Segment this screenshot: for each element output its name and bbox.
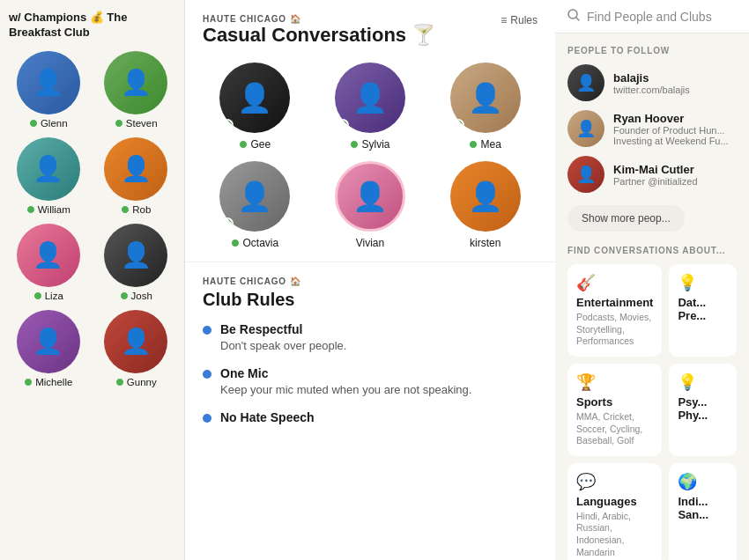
conv-title: Psy... Phy... — [678, 395, 728, 422]
online-dot — [231, 239, 240, 247]
conv-title: Indi... San... — [678, 495, 728, 521]
conv-title: Entertainment — [576, 296, 653, 309]
list-item[interactable]: 👤 William — [9, 137, 88, 215]
avatar: 👤 — [17, 224, 80, 287]
person-item[interactable]: 👤 Ryan Hoover Founder of Product Hun... … — [567, 110, 737, 147]
rule-title: Be Respectful — [220, 322, 346, 336]
rule-desc: Don't speak over people. — [220, 338, 346, 354]
person-name: Kim-Mai Cutler — [613, 163, 698, 176]
speaker-name: Octavia — [242, 237, 278, 249]
people-section-label: PEOPLE TO FOLLOW — [567, 46, 737, 55]
speaker-item[interactable]: 👤 Gee — [203, 63, 308, 151]
person-item[interactable]: 👤 Kim-Mai Cutler Partner @initialized — [567, 156, 737, 193]
rule-dot — [203, 326, 211, 335]
entertainment-icon: 🎸 — [576, 273, 653, 292]
rule-dot — [203, 370, 211, 379]
speaker-avatar: 👤 — [335, 63, 405, 133]
conversation-card[interactable]: 🎸 Entertainment Podcasts, Movies, Storyt… — [567, 264, 662, 357]
speaker-item[interactable]: 👤 kirsten — [433, 161, 538, 249]
person-name: Michelle — [35, 377, 72, 387]
conversation-card[interactable]: 💬 Languages Hindi, Arabic, Russian, Indo… — [567, 463, 662, 560]
globe-icon: 🌍 — [678, 472, 728, 491]
speaker-avatar: 👤 — [219, 63, 290, 133]
conversation-card[interactable]: 💡 Dat... Pre... — [669, 264, 737, 357]
avatar: 👤 — [17, 51, 80, 114]
rule-desc: Keep your mic muted when you are not spe… — [220, 382, 471, 398]
conv-desc: Podcasts, Movies, Storytelling, Performa… — [576, 312, 653, 348]
conv-title: Dat... Pre... — [678, 296, 728, 322]
speaker-name: Vivian — [356, 237, 384, 249]
svg-line-1 — [576, 18, 579, 20]
online-dot — [239, 140, 248, 149]
person-name: Glenn — [41, 118, 68, 129]
person-name: Rob — [132, 204, 151, 215]
right-content: PEOPLE TO FOLLOW 👤 balajis twitter.com/b… — [555, 33, 749, 560]
people-list: 👤 balajis twitter.com/balajis 👤 Ryan Hoo… — [567, 64, 737, 193]
online-dot — [33, 291, 42, 300]
avatar: 👤 — [104, 137, 167, 201]
person-name: Steven — [126, 118, 158, 129]
list-item[interactable]: 👤 Liza — [9, 224, 88, 301]
list-item[interactable]: 👤 Glenn — [9, 51, 88, 129]
conversation-card[interactable]: 💡 Psy... Phy... — [669, 364, 737, 456]
show-more-button[interactable]: Show more peop... — [567, 205, 685, 232]
conv-desc: MMA, Cricket, Soccer, Cycling, Baseball,… — [576, 411, 653, 447]
left-panel: w/ Champions 💰 The Breakfast Club 👤 Glen… — [0, 0, 185, 560]
online-dot — [469, 140, 478, 149]
speaker-item[interactable]: 👤 Vivian — [318, 161, 423, 249]
online-dot — [121, 205, 130, 214]
person-item[interactable]: 👤 balajis twitter.com/balajis — [567, 64, 737, 101]
person-name: Liza — [45, 291, 63, 301]
speaker-item[interactable]: 👤 Sylvia — [318, 63, 423, 151]
avatar: 👤 — [104, 310, 167, 373]
avatar: 👤 — [17, 137, 80, 201]
list-item[interactable]: 👤 Steven — [97, 51, 176, 129]
club-name: HAUTE CHICAGO 🏠 — [203, 14, 435, 24]
languages-icon: 💬 — [576, 472, 653, 491]
online-dot — [29, 119, 38, 128]
rules-section: HAUTE CHICAGO 🏠 Club Rules Be Respectful… — [185, 262, 555, 560]
online-dot — [26, 205, 35, 214]
person-avatar: 👤 — [567, 110, 604, 147]
conversations-grid: 🎸 Entertainment Podcasts, Movies, Storyt… — [567, 264, 737, 560]
speakers-grid: 👤 Gee 👤 Sylvia — [203, 63, 538, 249]
avatar: 👤 — [104, 51, 167, 114]
search-input[interactable]: Find People and Clubs — [587, 10, 712, 24]
speaker-item[interactable]: 👤 Octavia — [203, 161, 308, 249]
list-item[interactable]: 👤 Michelle — [9, 310, 88, 387]
room-title: Casual Conversations 🍸 — [203, 24, 435, 47]
rule-item: Be Respectful Don't speak over people. — [203, 322, 538, 354]
person-name: balajis — [613, 71, 690, 85]
speaker-item[interactable]: 👤 Mea — [433, 63, 538, 151]
avatar: 👤 — [104, 224, 167, 287]
person-desc: Partner @initialized — [613, 176, 698, 187]
person-desc: twitter.com/balajis — [613, 85, 690, 95]
online-dot — [115, 378, 124, 387]
speaker-avatar: 👤 — [219, 161, 290, 232]
person-name: Ryan Hoover — [613, 112, 737, 125]
bulb-icon: 💡 — [678, 273, 728, 292]
list-item[interactable]: 👤 Josh — [97, 224, 176, 301]
rule-item: No Hate Speech — [203, 410, 538, 426]
conversation-card[interactable]: 🏆 Sports MMA, Cricket, Soccer, Cycling, … — [567, 364, 662, 456]
rules-button[interactable]: ≡ Rules — [501, 14, 538, 26]
right-panel: Find People and Clubs PEOPLE TO FOLLOW 👤… — [555, 0, 749, 560]
conversation-card[interactable]: 🌍 Indi... San... — [669, 463, 737, 560]
rule-title: One Mic — [220, 366, 471, 380]
speaker-avatar: 👤 — [450, 161, 521, 232]
speaker-name: Mea — [480, 138, 501, 151]
person-name: Josh — [131, 291, 152, 301]
rules-club-name: HAUTE CHICAGO 🏠 — [203, 276, 538, 286]
online-dot — [350, 140, 359, 149]
conv-title: Sports — [576, 395, 653, 409]
list-item[interactable]: 👤 Gunny — [97, 310, 176, 387]
search-bar[interactable]: Find People and Clubs — [555, 0, 749, 33]
online-dot — [24, 378, 33, 387]
rule-title: No Hate Speech — [220, 410, 315, 424]
speaker-avatar: 👤 — [450, 63, 521, 133]
middle-panel: HAUTE CHICAGO 🏠 Casual Conversations 🍸 ≡… — [185, 0, 555, 560]
search-icon — [567, 9, 580, 24]
list-item[interactable]: 👤 Rob — [97, 137, 176, 215]
avatar: 👤 — [17, 310, 80, 373]
person-avatar: 👤 — [567, 156, 604, 193]
